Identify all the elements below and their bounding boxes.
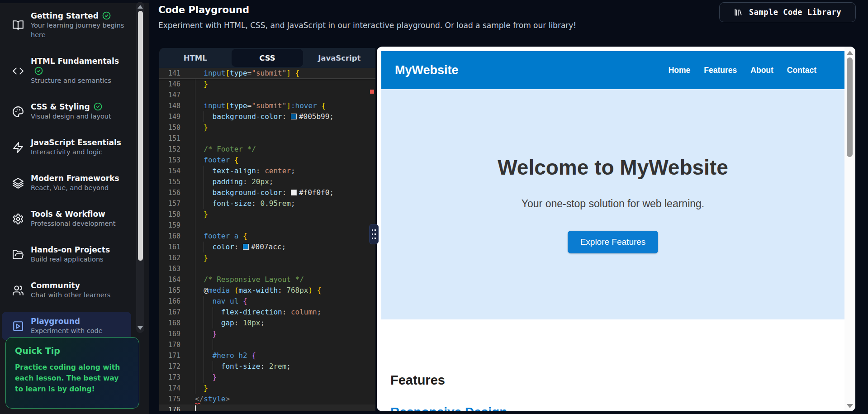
code-line: 146 } [159,79,375,90]
code-editor-panel: HTMLCSSJavaScript 141 input[type="submit… [159,48,375,411]
code-line-text[interactable]: text-align: center; [190,166,375,176]
preview-hero-title: Welcome to MyWebsite [498,155,728,180]
sidebar-item-title: Community [31,281,80,290]
play-square-icon [12,320,24,332]
code-line-text[interactable]: } [190,122,375,133]
tab-css[interactable]: CSS [232,49,303,67]
code-line-text[interactable]: } [190,79,375,90]
scroll-down-arrow-icon[interactable] [138,326,143,330]
code-line-text[interactable] [190,220,375,231]
code-line-text[interactable]: /* Responsive Layout */ [190,274,375,285]
sidebar-item-subtitle: Chat with other learners [31,290,127,300]
indent-guide [195,383,195,394]
line-number: 162 [159,252,190,263]
scroll-up-arrow-icon[interactable] [138,5,143,9]
code-line-text[interactable]: font-size: 0.95rem; [190,198,375,209]
code-line-text[interactable]: </style> [190,394,375,404]
code-line: 176 [159,404,375,411]
code-line-text[interactable]: padding: 20px; [190,176,375,187]
sidebar-item-playground[interactable]: PlaygroundExperiment with code [2,312,131,340]
code-line-text[interactable]: @media (max-width: 768px) { [190,285,375,296]
preview-scrollbar-thumb[interactable] [847,57,853,157]
quick-tip-body: Practice coding along with each lesson. … [15,362,123,395]
line-number: 155 [159,176,190,187]
code-line-text[interactable]: } [190,209,375,220]
color-swatch[interactable] [243,244,249,250]
code-line: 158 } [159,209,375,220]
explore-features-button[interactable]: Explore Features [568,231,659,253]
code-line-text[interactable]: footer { [190,155,375,166]
grip-dots-icon [371,228,376,240]
indent-guide [195,176,195,187]
sidebar-item-css-styling[interactable]: CSS & StylingVisual design and layout [2,97,131,126]
preview-hero-section: Welcome to MyWebsite Your one-stop solut… [381,89,844,319]
indent-guide [195,90,195,100]
code-line-text[interactable]: footer a { [190,231,375,242]
sidebar-scrollbar-thumb[interactable] [138,11,143,261]
sidebar-item-subtitle: Interactivity and logic [31,148,127,157]
code-line-text[interactable]: color: #007acc; [190,242,375,252]
sidebar-item-tools-workflow[interactable]: Tools & WorkflowProfessional development [2,205,131,233]
sidebar-item-modern-frameworks[interactable]: Modern FrameworksReact, Vue, and beyond [2,169,131,197]
code-line-text[interactable]: } [190,383,375,394]
color-swatch[interactable] [291,114,297,119]
indent-guide [195,274,195,285]
code-line-text[interactable]: gap: 10px; [190,318,375,328]
code-line: 160 footer a { [159,231,375,242]
preview-nav-link-contact[interactable]: Contact [787,66,816,75]
zap-icon [12,142,24,153]
sidebar-item-community[interactable]: CommunityChat with other learners [2,276,131,305]
indent-guide [204,111,204,122]
code-line-text[interactable]: #hero h2 { [190,350,375,361]
code-line-text[interactable]: } [190,252,375,263]
code-line-text[interactable]: background-color: #005b99; [190,111,375,122]
pane-splitter-handle[interactable] [369,224,379,244]
color-swatch[interactable] [291,190,297,195]
preview-features-section: Features Responsive Design [381,319,844,411]
sidebar-item-list: Getting StartedYour learning journey beg… [0,6,136,347]
users-icon [12,285,24,296]
code-line-text[interactable]: font-size: 2rem; [190,361,375,372]
code-line: 174 } [159,383,375,394]
code-line-text[interactable]: nav ul { [190,296,375,307]
sidebar-top-strip [0,0,149,3]
scroll-down-arrow-icon[interactable] [847,404,853,408]
tab-javascript[interactable]: JavaScript [304,49,375,67]
indent-guide [204,176,204,187]
preview-nav-link-home[interactable]: Home [669,66,691,75]
code-line-text[interactable] [190,263,375,274]
indent-guide [195,307,195,318]
line-number: 165 [159,285,190,296]
code-line-text[interactable]: /* Footer */ [190,144,375,155]
code-line-text[interactable]: flex-direction: column; [190,307,375,318]
scroll-up-arrow-icon[interactable] [847,51,853,55]
code-editor[interactable]: 141 input[type="submit"] {146 }147148 in… [159,68,375,411]
code-line-text[interactable]: input[type="submit"] { [190,68,375,78]
code-line-text[interactable]: background-color: #f0f0f0; [190,187,375,198]
preview-scrollbar[interactable] [844,47,855,411]
code-line-text[interactable]: } [190,372,375,383]
code-line: 163 [159,263,375,274]
code-line-text[interactable]: } [190,328,375,339]
responsive-design-link[interactable]: Responsive Design [390,405,507,411]
sample-code-library-button[interactable]: Sample Code Library [719,2,856,22]
preview-nav-link-features[interactable]: Features [704,66,737,75]
sidebar-item-hands-on-projects[interactable]: Hands-on ProjectsBuild real applications [2,240,131,269]
tab-html[interactable]: HTML [160,49,231,67]
sidebar-scrollbar[interactable] [136,2,144,333]
code-line-text[interactable]: input[type="submit"]:hover { [190,100,375,111]
indent-guide [195,187,195,198]
code-line-text[interactable] [190,90,375,100]
preview-nav-link-about[interactable]: About [750,66,773,75]
code-line-text[interactable] [190,404,375,411]
code-line: 154 text-align: center; [159,166,375,176]
code-line-text[interactable] [190,339,375,350]
indent-guide [195,231,195,242]
indent-guide [195,209,195,220]
sidebar-item-javascript-essentials[interactable]: JavaScript EssentialsInteractivity and l… [2,133,131,162]
sidebar-item-getting-started[interactable]: Getting StartedYour learning journey beg… [2,6,131,44]
sidebar-item-html-fundamentals[interactable]: HTML FundamentalsStructure and semantics [2,52,131,90]
code-line-text[interactable] [190,133,375,144]
indent-guide [195,328,195,339]
code-line: 162 } [159,252,375,263]
